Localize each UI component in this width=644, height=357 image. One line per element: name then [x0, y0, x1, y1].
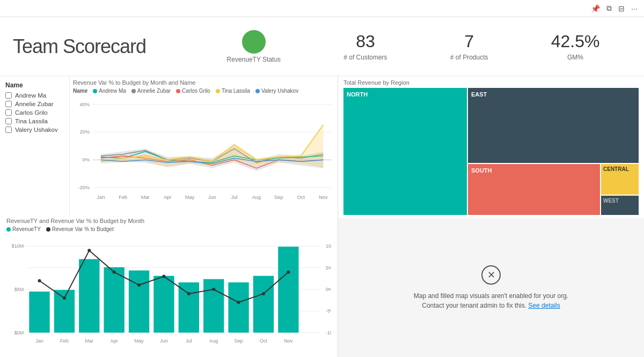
checkbox-annelie[interactable]: [5, 101, 12, 107]
kpi-products: 7 # of Products: [450, 32, 488, 61]
treemap-north: NORTH: [343, 88, 467, 215]
svg-text:Mar: Mar: [141, 195, 150, 200]
svg-rect-36: [54, 290, 75, 333]
treemap-east: EAST: [468, 88, 639, 163]
more-options-icon[interactable]: ···: [631, 4, 638, 13]
svg-point-60: [113, 271, 116, 274]
copy-icon[interactable]: ⧉: [606, 4, 612, 13]
kpi-revenuety: RevenueTY Status: [227, 30, 281, 63]
title-area: Team Scorecard: [13, 35, 174, 58]
svg-text:$0M: $0M: [14, 330, 24, 336]
svg-text:Sep: Sep: [274, 195, 283, 200]
svg-text:Jun: Jun: [160, 338, 168, 344]
svg-point-57: [38, 279, 41, 282]
treemap-title: Total Revenue by Region: [343, 79, 639, 86]
svg-text:10%: 10%: [326, 243, 331, 249]
filter-item-valery[interactable]: Valery Ushakov: [5, 125, 64, 134]
bar-chart-svg: $10M $5M $0M 10% 5% 0% -5% -10%: [6, 234, 331, 353]
svg-text:Feb: Feb: [119, 195, 127, 200]
legend-dot-revenuevar: [46, 227, 50, 232]
treemap-bottom-row: SOUTH CENTRAL WEST: [468, 164, 639, 215]
svg-text:May: May: [185, 195, 195, 200]
filter-name-andrew: Andrew Ma: [15, 92, 46, 99]
filter-column: Name Andrew Ma Annelie Zubar Carlos Gril…: [0, 76, 70, 215]
filter-name-annelie: Annelie Zubar: [15, 101, 54, 107]
treemap-central-west: CENTRAL WEST: [601, 164, 639, 215]
kpi-products-label: # of Products: [450, 54, 488, 61]
treemap-section: Total Revenue by Region NORTH EAST: [338, 76, 644, 218]
toolbar: 📌 ⧉ ⊟ ···: [0, 0, 644, 17]
legend-dot-annelie: [131, 89, 136, 93]
svg-point-59: [87, 249, 91, 252]
svg-text:Sep: Sep: [235, 338, 243, 344]
treemap-central-label: CENTRAL: [603, 166, 629, 172]
page-title: Team Scorecard: [13, 35, 174, 58]
svg-text:Jul: Jul: [186, 338, 192, 344]
svg-text:Jun: Jun: [208, 195, 216, 200]
filter-item-carlos[interactable]: Carlos Grilo: [5, 108, 64, 117]
treemap-west-label: WEST: [603, 198, 619, 204]
map-section: ✕ Map and filled map visuals aren't enab…: [338, 218, 644, 357]
svg-text:$10M: $10M: [12, 243, 24, 249]
filter-item-tina[interactable]: Tina Lassila: [5, 117, 64, 125]
checkbox-andrew[interactable]: [5, 92, 12, 99]
legend-dot-valery: [255, 89, 260, 93]
filter-label: Name: [5, 81, 64, 89]
header-row: Team Scorecard RevenueTY Status 83 # of …: [0, 17, 644, 76]
svg-point-66: [262, 292, 265, 295]
treemap-east-label: EAST: [471, 91, 487, 98]
checkbox-valery[interactable]: [5, 127, 12, 133]
filter-item-andrew[interactable]: Andrew Ma: [5, 91, 64, 100]
line-chart-section: Revenue Var % to Budget by Month and Nam…: [70, 76, 338, 215]
svg-text:Feb: Feb: [60, 338, 69, 344]
svg-point-63: [187, 292, 191, 295]
legend-dot-revenuety: [6, 227, 11, 232]
pin-icon[interactable]: 📌: [591, 4, 600, 13]
filter-name-carlos: Carlos Grilo: [15, 109, 48, 116]
filter-item-annelie[interactable]: Annelie Zubar: [5, 100, 64, 108]
line-chart-title: Revenue Var % to Budget by Month and Nam…: [73, 79, 334, 86]
svg-rect-37: [79, 259, 99, 332]
svg-point-64: [212, 288, 215, 291]
filter-name-valery: Valery Ushakov: [15, 127, 58, 133]
svg-point-61: [137, 284, 141, 287]
checkbox-tina[interactable]: [5, 118, 12, 124]
svg-text:Nov: Nov: [319, 195, 328, 200]
legend-tina: Tina Lassila: [216, 88, 250, 94]
svg-rect-39: [129, 271, 149, 333]
svg-point-65: [237, 301, 240, 304]
bar-chart-title: RevenueTY and Revenue Var % to Budget by…: [6, 218, 331, 224]
svg-text:-10%: -10%: [326, 330, 331, 336]
svg-point-58: [63, 296, 66, 300]
svg-text:0%: 0%: [83, 157, 90, 162]
svg-text:Aug: Aug: [252, 195, 261, 200]
focus-mode-icon[interactable]: ⊟: [618, 4, 625, 13]
checkbox-carlos[interactable]: [5, 109, 12, 116]
svg-point-67: [287, 271, 290, 274]
svg-text:Mar: Mar: [85, 338, 93, 344]
kpi-status-circle: [242, 30, 266, 54]
svg-text:-5%: -5%: [326, 308, 331, 314]
kpi-products-value: 7: [464, 32, 474, 51]
svg-rect-38: [104, 267, 125, 333]
svg-rect-43: [228, 282, 248, 333]
svg-rect-44: [253, 276, 274, 333]
svg-text:Nov: Nov: [284, 338, 293, 344]
bar-chart-section: RevenueTY and Revenue Var % to Budget by…: [0, 215, 338, 357]
line-chart-legend: Name Andrew Ma Annelie Zubar Carlos Gril…: [73, 88, 334, 94]
svg-text:$5M: $5M: [14, 287, 24, 292]
kpi-customers: 83 # of Customers: [343, 32, 387, 61]
map-error-link[interactable]: See details: [528, 302, 560, 309]
svg-rect-42: [203, 279, 224, 333]
legend-revenuety: RevenueTY: [6, 226, 41, 232]
svg-point-62: [162, 275, 165, 278]
svg-text:40%: 40%: [79, 102, 90, 107]
line-chart-svg: 40% 20% 0% -20% Jan Feb: [73, 96, 334, 204]
map-error-icon: ✕: [481, 265, 501, 285]
kpi-gm-label: GM%: [567, 54, 583, 61]
top-section: Name Andrew Ma Annelie Zubar Carlos Gril…: [0, 76, 338, 215]
svg-text:Jul: Jul: [231, 195, 238, 200]
treemap-west: WEST: [601, 196, 639, 215]
main-container: Team Scorecard RevenueTY Status 83 # of …: [0, 17, 644, 357]
treemap-south-label: SOUTH: [471, 167, 492, 174]
